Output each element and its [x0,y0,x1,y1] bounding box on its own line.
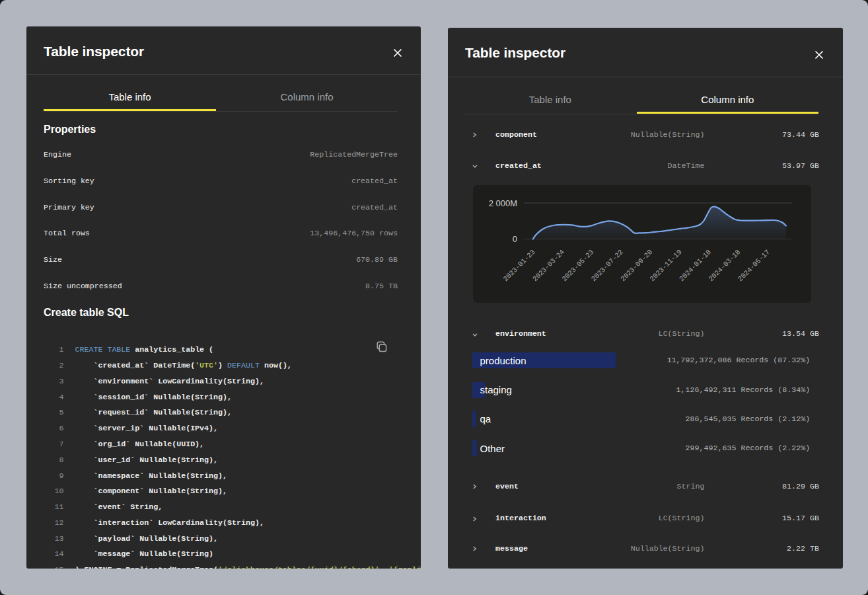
svg-text:2 000M: 2 000M [489,198,517,208]
svg-text:0: 0 [513,234,517,244]
